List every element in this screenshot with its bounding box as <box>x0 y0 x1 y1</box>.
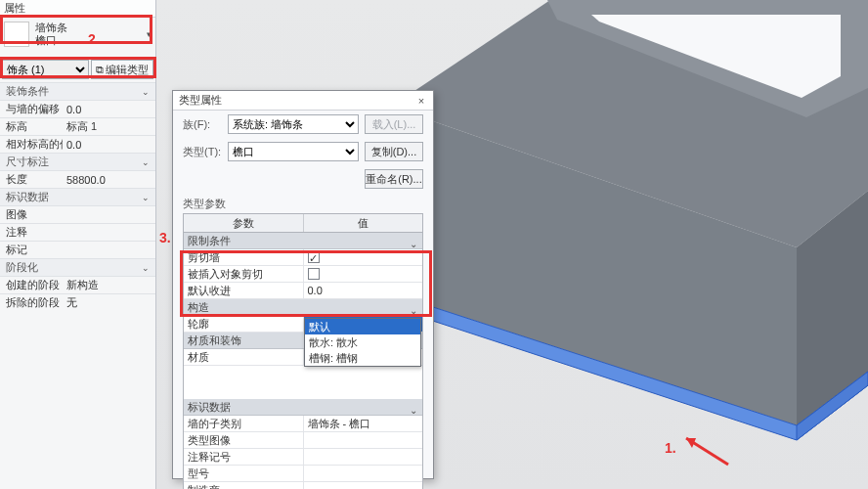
duplicate-button[interactable]: 复制(D)... <box>365 142 423 161</box>
edit-type-button[interactable]: ⧉ 编辑类型 <box>91 60 153 79</box>
chevron-icon: ⌄ <box>142 87 153 97</box>
rename-button[interactable]: 重命名(R)... <box>365 169 423 189</box>
section-constraints[interactable]: 装饰条件 ⌄ <box>0 82 155 100</box>
row-manufacturer[interactable]: 制造商 <box>184 482 422 489</box>
family-label: 族(F): <box>183 117 222 132</box>
section-id[interactable]: 标识数据 ⌄ <box>0 188 155 205</box>
load-button[interactable]: 载入(L)... <box>365 114 423 134</box>
profile-dropdown[interactable]: 默认 散水: 散水 槽钢: 槽钢 <box>304 318 421 367</box>
prop-offset-wall[interactable]: 与墙的偏移 0.0 <box>0 100 155 117</box>
type-name: 墙饰条 <box>35 22 67 34</box>
dropdown-option[interactable]: 槽钢: 槽钢 <box>305 350 420 366</box>
row-keynote[interactable]: 注释记号 <box>184 449 422 466</box>
prop-phase-created[interactable]: 创建的阶段 新构造 <box>0 276 155 293</box>
type-thumbnail <box>4 22 29 47</box>
properties-panel: 属性 墙饰条 檐口 ▾ 饰条 (1) ⧉ 编辑类型 装饰条件 ⌄ 与墙的偏移 0… <box>0 0 156 489</box>
annotation-label-2: 2. <box>88 31 100 47</box>
annotation-arrow-1 <box>674 430 733 469</box>
header-value: 值 <box>304 214 423 232</box>
sect-constraints[interactable]: 限制条件⌄ <box>184 233 422 249</box>
dropdown-option[interactable]: 散水: 散水 <box>305 334 420 350</box>
sect-construction[interactable]: 构造⌄ <box>184 299 422 316</box>
prop-length[interactable]: 长度 58800.0 <box>0 170 155 188</box>
row-default-setback[interactable]: 默认收进 0.0 <box>184 283 422 299</box>
row-cut-wall[interactable]: 剪切墙 <box>184 249 422 266</box>
row-subcategory[interactable]: 墙的子类别 墙饰条 - 檐口 <box>184 416 422 432</box>
grid-header: 参数 值 <box>184 214 422 233</box>
row-model-no[interactable]: 型号 <box>184 466 422 482</box>
chevron-icon: ⌄ <box>142 157 153 167</box>
chevron-icon: ⌄ <box>142 193 153 202</box>
annotation-label-1: 1. <box>665 440 676 456</box>
row-type-image[interactable]: 类型图像 <box>184 432 422 449</box>
chevron-down-icon: ▾ <box>147 29 152 39</box>
prop-image[interactable]: 图像 <box>0 205 155 223</box>
dialog-titlebar[interactable]: 类型属性 × <box>173 91 433 111</box>
dropdown-option[interactable]: 默认 <box>305 319 420 334</box>
prop-comments[interactable]: 注释 <box>0 223 155 241</box>
type-select[interactable]: 檐口 <box>228 142 359 161</box>
prop-phase-demolished[interactable]: 拆除的阶段 无 <box>0 293 155 311</box>
section-dim[interactable]: 尺寸标注 ⌄ <box>0 153 155 170</box>
type-selector-combo[interactable]: 墙饰条 檐口 ▾ <box>0 18 155 57</box>
type-label: 类型(T): <box>183 145 222 159</box>
properties-title: 属性 <box>0 0 155 18</box>
close-button[interactable]: × <box>413 93 429 109</box>
dialog-title: 类型属性 <box>179 93 222 108</box>
prop-rel-offset[interactable]: 相对标高的偏移 0.0 <box>0 135 155 153</box>
annotation-label-3: 3. <box>159 230 171 245</box>
instance-selector[interactable]: 饰条 (1) <box>2 60 89 79</box>
checkbox-checked-icon[interactable] <box>308 251 320 263</box>
section-phase[interactable]: 阶段化 ⌄ <box>0 258 155 276</box>
edit-type-label: 编辑类型 <box>106 63 149 77</box>
sect-identity[interactable]: 标识数据⌄ <box>184 399 422 416</box>
checkbox-unchecked-icon[interactable] <box>308 268 320 280</box>
chevron-icon: ⌄ <box>410 236 417 252</box>
type-sub: 檐口 <box>35 34 67 47</box>
properties-title-text: 属性 <box>4 1 25 16</box>
family-select[interactable]: 系统族: 墙饰条 <box>228 114 359 134</box>
type-params-label: 类型参数 <box>173 193 433 211</box>
edit-type-icon: ⧉ <box>96 64 104 76</box>
type-params-grid[interactable]: 参数 值 限制条件⌄ 剪切墙 被插入对象剪切 默认收进 0.0 构造⌄ 轮廓 默… <box>183 213 423 489</box>
header-param: 参数 <box>184 214 304 232</box>
type-properties-dialog: 类型属性 × 族(F): 系统族: 墙饰条 载入(L)... 类型(T): 檐口… <box>172 90 434 479</box>
chevron-icon: ⌄ <box>410 402 417 419</box>
row-cut-inserts[interactable]: 被插入对象剪切 <box>184 266 422 283</box>
chevron-icon: ⌄ <box>142 263 153 273</box>
prop-mark[interactable]: 标记 <box>0 241 155 258</box>
prop-level[interactable]: 标高 标高 1 <box>0 117 155 135</box>
